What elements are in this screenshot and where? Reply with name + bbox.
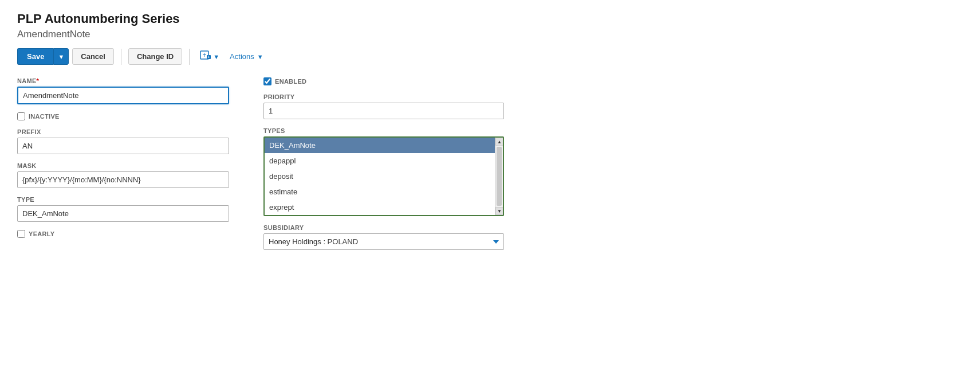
- mask-label: MASK: [17, 162, 229, 169]
- prefix-field-group: PREFIX: [17, 128, 229, 154]
- subsidiary-field-group: SUBSIDIARY Honey Holdings : POLAND: [263, 224, 504, 250]
- add-dropdown-arrow: ▼: [213, 53, 219, 60]
- toolbar-divider: [121, 49, 121, 65]
- save-button-group: Save ▼: [17, 48, 69, 65]
- enabled-checkbox[interactable]: [263, 77, 271, 85]
- types-item-dek-amnote[interactable]: DEK_AmNote: [265, 138, 495, 153]
- actions-button[interactable]: Actions ▼: [226, 50, 267, 63]
- types-listbox-wrapper: DEK_AmNote depappl deposit estimate expr…: [265, 138, 503, 215]
- actions-label: Actions: [230, 52, 254, 61]
- inactive-label: INACTIVE: [29, 113, 60, 120]
- types-item-exprept[interactable]: exprept: [265, 200, 495, 215]
- yearly-label: YEARLY: [29, 230, 54, 237]
- types-label: TYPES: [263, 127, 504, 134]
- mask-input[interactable]: [17, 171, 229, 188]
- scrollbar-up-button[interactable]: ▲: [495, 138, 503, 146]
- name-field-group: NAME*: [17, 77, 229, 104]
- subsidiary-label: SUBSIDIARY: [263, 224, 504, 231]
- right-panel: ENABLED PRIORITY TYPES DEK_AmNote depapp…: [263, 77, 504, 258]
- save-button[interactable]: Save: [17, 48, 53, 65]
- name-label: NAME*: [17, 77, 229, 84]
- cancel-button[interactable]: Cancel: [72, 48, 114, 65]
- name-required: *: [37, 77, 40, 84]
- priority-input[interactable]: [263, 103, 504, 119]
- scrollbar-down-button[interactable]: ▼: [495, 207, 503, 215]
- actions-dropdown-icon: ▼: [257, 53, 263, 60]
- svg-text:+: +: [203, 51, 207, 59]
- type-field-group: TYPE: [17, 196, 229, 222]
- inactive-checkbox-row: INACTIVE: [17, 112, 229, 120]
- page-title: PLP Autonumbering Series: [17, 11, 963, 26]
- record-subtitle: AmendmentNote: [17, 29, 963, 40]
- svg-text:+: +: [207, 54, 210, 60]
- scrollbar-thumb: [497, 147, 502, 206]
- enabled-checkbox-row: ENABLED: [263, 77, 504, 85]
- main-layout: NAME* INACTIVE PREFIX MASK TYPE YEARLY: [17, 77, 963, 258]
- types-item-estimate[interactable]: estimate: [265, 184, 495, 200]
- type-input[interactable]: [17, 205, 229, 222]
- types-scroll-area: DEK_AmNote depappl deposit estimate expr…: [265, 138, 495, 215]
- types-item-deposit[interactable]: deposit: [265, 169, 495, 184]
- prefix-label: PREFIX: [17, 128, 229, 135]
- enabled-label: ENABLED: [275, 78, 306, 85]
- yearly-checkbox-row: YEARLY: [17, 230, 229, 238]
- type-label: TYPE: [17, 196, 229, 203]
- prefix-input[interactable]: [17, 138, 229, 154]
- types-listbox-container: DEK_AmNote depappl deposit estimate expr…: [263, 136, 504, 216]
- add-button[interactable]: + + ▼: [196, 48, 223, 65]
- left-panel: NAME* INACTIVE PREFIX MASK TYPE YEARLY: [17, 77, 229, 258]
- yearly-checkbox[interactable]: [17, 230, 25, 238]
- priority-field-group: PRIORITY: [263, 93, 504, 119]
- toolbar-divider-2: [189, 49, 190, 65]
- types-field-group: TYPES DEK_AmNote depappl deposit estimat…: [263, 127, 504, 216]
- types-scrollbar[interactable]: ▲ ▼: [495, 138, 503, 215]
- add-icon: + +: [200, 50, 211, 62]
- inactive-checkbox[interactable]: [17, 112, 25, 120]
- types-item-depappl[interactable]: depappl: [265, 153, 495, 169]
- change-id-button[interactable]: Change ID: [128, 48, 182, 65]
- subsidiary-select[interactable]: Honey Holdings : POLAND: [263, 233, 504, 250]
- mask-field-group: MASK: [17, 162, 229, 188]
- name-input[interactable]: [17, 87, 229, 104]
- save-dropdown-button[interactable]: ▼: [53, 48, 69, 65]
- priority-label: PRIORITY: [263, 93, 504, 100]
- toolbar: Save ▼ Cancel Change ID + + ▼ Actions ▼: [17, 48, 963, 65]
